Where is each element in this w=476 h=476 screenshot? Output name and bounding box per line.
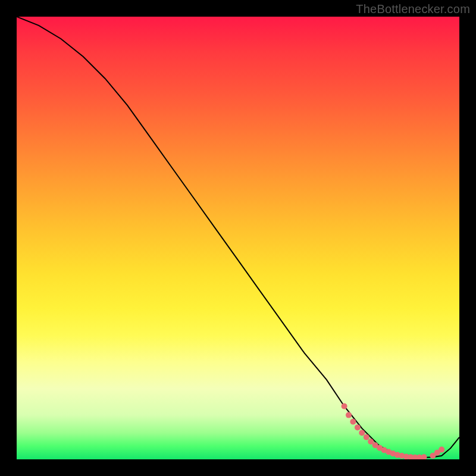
watermark-text: TheBottlenecker.com bbox=[356, 2, 470, 16]
marker-dot bbox=[421, 454, 427, 459]
marker-dot bbox=[355, 424, 361, 430]
marker-dot bbox=[342, 403, 347, 409]
curve-svg bbox=[17, 17, 459, 459]
marker-dot bbox=[439, 447, 444, 453]
marker-dot bbox=[364, 434, 369, 440]
plot-area bbox=[17, 17, 459, 459]
marker-dot bbox=[350, 419, 356, 425]
marker-dot bbox=[346, 412, 352, 418]
highlight-markers bbox=[342, 403, 445, 459]
line-curve bbox=[17, 17, 459, 458]
marker-dot bbox=[359, 430, 365, 436]
chart-frame: TheBottlenecker.com bbox=[0, 0, 476, 476]
